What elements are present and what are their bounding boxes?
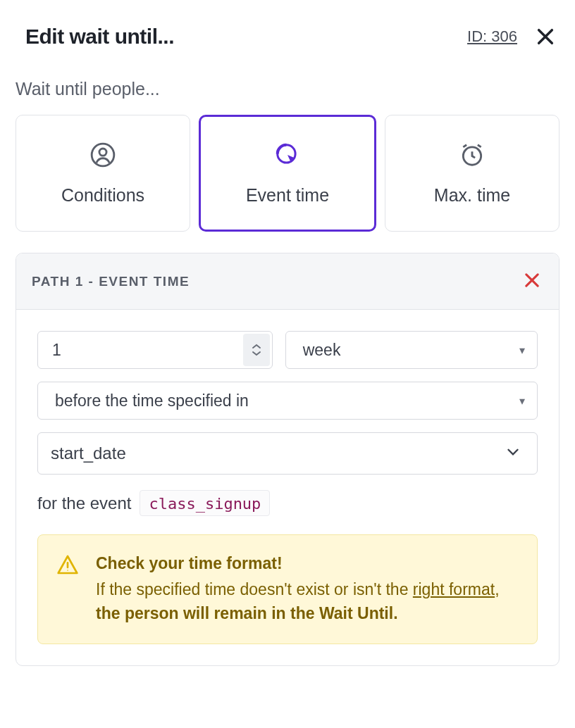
tab-conditions[interactable]: Conditions xyxy=(16,115,190,232)
svg-point-9 xyxy=(67,570,68,571)
chevron-down-icon xyxy=(504,443,522,464)
tab-max-time-label: Max. time xyxy=(434,185,510,206)
path-remove-button[interactable] xyxy=(521,269,543,294)
unit-select[interactable]: week xyxy=(285,331,538,369)
modal-title: Edit wait until... xyxy=(16,25,174,49)
warning-lead: If the specified time doesn't exist or i… xyxy=(96,580,413,598)
path-header: Path 1 - Event Time xyxy=(16,253,559,310)
row-quantity-unit: week ▾ xyxy=(37,331,538,369)
close-icon xyxy=(534,25,557,48)
tab-event-time[interactable]: Event time xyxy=(199,115,376,232)
quantity-input[interactable] xyxy=(37,331,273,369)
path-title: Path 1 - Event Time xyxy=(32,274,190,289)
tab-event-time-label: Event time xyxy=(246,185,329,206)
warning-after-link: , xyxy=(495,580,499,598)
attribute-field: start_date xyxy=(37,432,538,475)
tab-conditions-label: Conditions xyxy=(61,185,144,206)
close-icon xyxy=(522,270,542,290)
modal-header: Edit wait until... ID: 306 xyxy=(16,23,559,51)
quantity-field xyxy=(37,331,273,369)
close-button[interactable] xyxy=(531,23,559,51)
warning-icon xyxy=(56,553,79,579)
tab-row: Conditions Event time Max. time xyxy=(16,115,559,232)
event-line: for the event class_signup xyxy=(37,490,538,516)
relation-field: before the time specified in ▾ xyxy=(37,382,538,420)
relation-select[interactable]: before the time specified in xyxy=(37,382,538,420)
quantity-stepper[interactable] xyxy=(243,334,270,366)
event-click-icon xyxy=(274,142,301,168)
path-block: Path 1 - Event Time week ▾ before th xyxy=(16,253,559,666)
unit-field: week ▾ xyxy=(285,331,538,369)
chevron-up-icon xyxy=(251,343,262,350)
id-link[interactable]: ID: 306 xyxy=(467,27,517,46)
header-right: ID: 306 xyxy=(467,23,559,51)
subhead-text: Wait until people... xyxy=(16,79,559,99)
warning-title: Check your time format! xyxy=(96,552,519,575)
tab-max-time[interactable]: Max. time xyxy=(385,115,559,232)
warning-body: Check your time format! If the specified… xyxy=(96,552,519,625)
attribute-select[interactable]: start_date xyxy=(37,432,538,475)
row-relation: before the time specified in ▾ xyxy=(37,382,538,420)
path-body: week ▾ before the time specified in ▾ st… xyxy=(16,310,559,665)
person-icon xyxy=(89,142,116,168)
warning-link[interactable]: right format xyxy=(413,580,495,598)
warning-strong: the person will remain in the Wait Until… xyxy=(96,604,398,622)
warning-banner: Check your time format! If the specified… xyxy=(37,534,538,644)
event-chip: class_signup xyxy=(140,490,270,516)
chevron-down-icon xyxy=(251,350,262,357)
alarm-icon xyxy=(459,142,486,168)
event-prefix: for the event xyxy=(37,494,131,513)
svg-point-3 xyxy=(99,148,106,155)
